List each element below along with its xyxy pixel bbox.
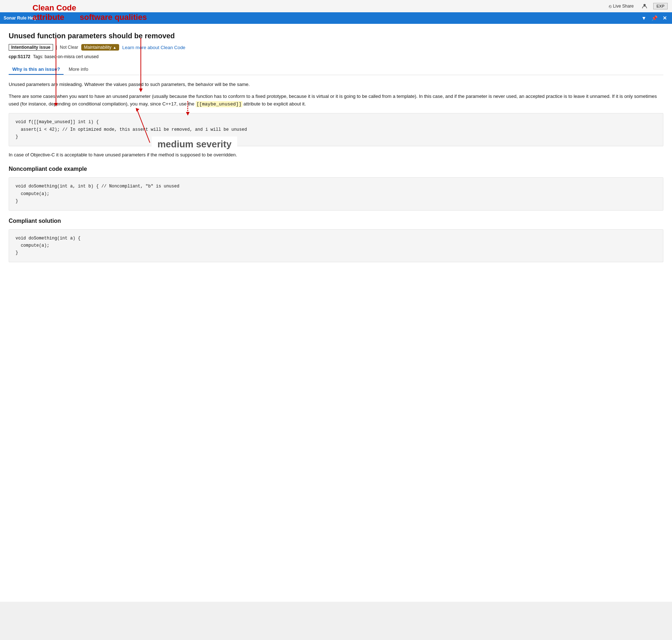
- code-block-1: void f([[maybe_unused]] int i) { assert(…: [9, 113, 663, 146]
- learn-more-link[interactable]: Learn more about Clean Code: [122, 45, 185, 50]
- tab-why-is-this-an-issue[interactable]: Why is this an issue?: [9, 64, 64, 75]
- maintainability-label: Maintainability: [84, 45, 112, 50]
- pin-icon[interactable]: 📌: [650, 14, 659, 22]
- panel-title: Sonar Rule Help: [4, 16, 37, 21]
- live-share-button[interactable]: ⎋ Live Share: [607, 3, 636, 10]
- tabs-row: Why is this an issue? More info: [9, 64, 663, 75]
- share-icon: ⎋: [609, 4, 612, 9]
- para1: Unused parameters are misleading. Whatev…: [9, 81, 663, 88]
- close-icon[interactable]: ✕: [661, 14, 668, 22]
- main-content: Unused function parameters should be rem…: [0, 24, 672, 602]
- rule-id-text: cpp:S1172: [9, 54, 30, 59]
- noncompliant-section-title: Noncompliant code example: [9, 166, 663, 172]
- chevron-up-icon: ▲: [113, 46, 117, 49]
- issue-type-tag: Intentionality issue: [9, 44, 53, 51]
- para2-end: attribute to be explicit about it.: [243, 101, 306, 107]
- svg-rect-0: [643, 4, 646, 6]
- tab-more-info[interactable]: More info: [65, 64, 92, 75]
- tag-separator: |: [56, 45, 57, 50]
- compliant-section-title: Compliant solution: [9, 218, 663, 224]
- panel-header: Sonar Rule Help ▼ 📌 ✕: [0, 12, 672, 24]
- panel-actions: ▼ 📌 ✕: [640, 14, 668, 22]
- person-icon: [642, 3, 647, 9]
- para2: There are some cases when you want to ha…: [9, 93, 663, 108]
- maintainability-tag[interactable]: Maintainability ▲: [81, 44, 120, 51]
- rule-title: Unused function parameters should be rem…: [9, 31, 663, 40]
- tags-row: Intentionality issue | Not Clear Maintai…: [9, 44, 663, 51]
- top-bar: ⎋ Live Share EXP: [0, 0, 672, 12]
- exp-label: EXP: [656, 4, 664, 8]
- dropdown-panel-icon[interactable]: ▼: [640, 14, 648, 22]
- rule-id: cpp:S1172 Tags: based-on-misra cert unus…: [9, 54, 663, 59]
- not-clear-tag: Not Clear: [60, 45, 78, 50]
- code-block-compliant: void doSomething(int a) { compute(a); }: [9, 229, 663, 262]
- para2-text: There are some cases when you want to ha…: [9, 94, 657, 107]
- person-icon-button[interactable]: [640, 2, 650, 10]
- maybe-unused-code: [[maybe_unused]]: [196, 101, 242, 107]
- code-block-noncompliant: void doSomething(int a, int b) { // Nonc…: [9, 177, 663, 210]
- para3: In case of Objective-C it is acceptable …: [9, 151, 663, 159]
- live-share-label: Live Share: [613, 4, 634, 9]
- exp-button[interactable]: EXP: [653, 3, 668, 9]
- rule-tags: Tags: based-on-misra cert unused: [33, 54, 98, 59]
